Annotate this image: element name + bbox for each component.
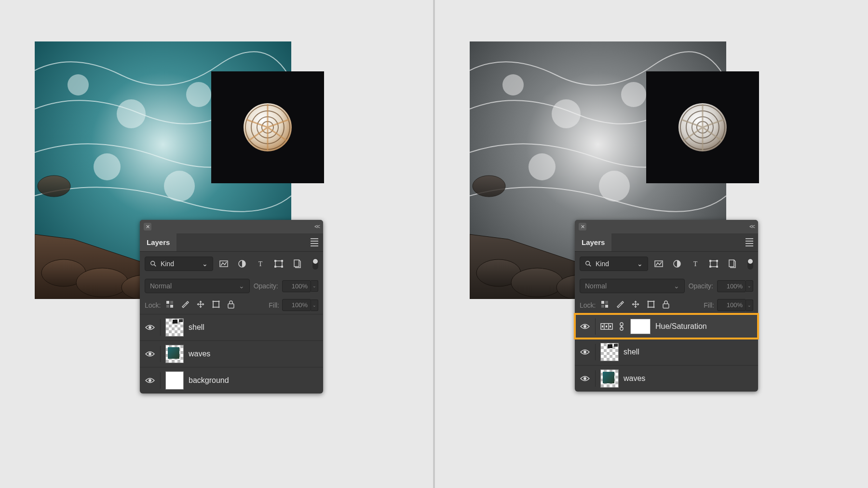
collapse-icon[interactable]: << — [314, 223, 319, 230]
opacity-control: Opacity: — [254, 282, 278, 290]
lock-transparency-icon[interactable] — [165, 300, 174, 310]
filter-pixel-icon[interactable] — [654, 259, 664, 269]
svg-rect-66 — [709, 266, 711, 268]
svg-point-46 — [529, 153, 556, 180]
layer-row-hue-saturation[interactable]: Hue/Saturation — [575, 314, 758, 339]
fill-control: Fill: 100% ⌄ — [704, 299, 753, 311]
visibility-toggle[interactable] — [580, 373, 590, 384]
svg-rect-65 — [716, 260, 718, 262]
lock-position-icon[interactable] — [631, 300, 640, 310]
filter-adjustment-icon[interactable] — [672, 259, 682, 269]
layer-thumbnail[interactable] — [600, 343, 619, 361]
visibility-toggle[interactable] — [580, 347, 590, 357]
panel-menu-icon[interactable] — [311, 238, 318, 246]
svg-rect-69 — [601, 301, 604, 304]
visibility-toggle[interactable] — [145, 375, 155, 386]
lock-pixels-icon[interactable] — [616, 300, 624, 310]
layers-panel-left: ✕ << Layers Kind ⌄ T — [140, 220, 323, 393]
svg-text:T: T — [693, 260, 698, 268]
filter-adjustment-icon[interactable] — [237, 259, 247, 269]
chevron-down-icon[interactable]: ⌄ — [311, 299, 318, 311]
svg-rect-23 — [274, 260, 276, 262]
adjustment-layer-icon[interactable] — [600, 322, 613, 331]
filter-type-icon[interactable]: T — [691, 259, 700, 269]
visibility-toggle[interactable] — [145, 322, 155, 333]
lock-all-icon[interactable] — [662, 300, 670, 310]
divider — [595, 370, 596, 387]
collapse-icon[interactable]: << — [749, 223, 754, 230]
lock-label: Lock: — [145, 301, 161, 309]
lock-position-icon[interactable] — [196, 300, 205, 310]
svg-point-17 — [151, 261, 155, 265]
layer-row-background[interactable]: background — [140, 367, 323, 393]
layer-thumbnail[interactable] — [165, 345, 184, 363]
svg-point-2 — [117, 99, 146, 128]
layer-name[interactable]: shell — [189, 323, 204, 332]
layer-name[interactable]: waves — [624, 374, 645, 383]
layer-name[interactable]: Hue/Saturation — [655, 322, 707, 331]
fill-value[interactable]: 100% — [717, 299, 746, 311]
divider — [160, 319, 161, 336]
filter-shape-icon[interactable] — [274, 259, 284, 269]
opacity-control: Opacity: — [689, 282, 713, 290]
svg-rect-28 — [166, 301, 169, 304]
visibility-toggle[interactable] — [145, 349, 155, 359]
divider — [160, 372, 161, 389]
visibility-toggle[interactable] — [580, 321, 590, 332]
panel-titlebar[interactable]: ✕ << — [140, 220, 323, 233]
svg-line-18 — [154, 265, 156, 267]
opacity-value[interactable]: 100% — [282, 280, 311, 292]
layer-thumbnail[interactable] — [165, 318, 184, 337]
filter-type-icon[interactable]: T — [256, 259, 265, 269]
filter-smartobject-icon[interactable] — [292, 259, 302, 269]
layer-name[interactable]: waves — [189, 350, 210, 358]
lock-row: Lock: Fill: 100% ⌄ — [140, 296, 323, 314]
filter-toggle[interactable] — [312, 258, 318, 270]
svg-point-1 — [68, 74, 89, 95]
filter-shape-icon[interactable] — [709, 259, 719, 269]
svg-rect-83 — [602, 325, 603, 327]
layers-tab[interactable]: Layers — [575, 233, 611, 251]
layers-tab[interactable]: Layers — [140, 233, 176, 251]
svg-point-5 — [94, 153, 121, 180]
chevron-down-icon[interactable]: ⌄ — [746, 299, 753, 311]
fill-label: Fill: — [704, 301, 714, 309]
lock-label: Lock: — [580, 301, 596, 309]
blend-mode-value: Normal — [585, 282, 607, 290]
chevron-down-icon[interactable]: ⌄ — [746, 280, 753, 292]
filter-toggle[interactable] — [747, 258, 753, 270]
blend-mode-dropdown[interactable]: Normal ⌄ — [145, 279, 250, 293]
lock-artboard-icon[interactable] — [212, 300, 220, 310]
layer-mask-thumbnail[interactable] — [630, 319, 651, 334]
panel-menu-icon[interactable] — [746, 238, 753, 246]
lock-all-icon[interactable] — [227, 300, 235, 310]
svg-rect-72 — [605, 305, 608, 308]
opacity-value[interactable]: 100% — [717, 280, 746, 292]
layer-row-waves[interactable]: waves — [575, 365, 758, 392]
filter-pixel-icon[interactable] — [219, 259, 229, 269]
svg-point-49 — [511, 268, 563, 297]
layer-thumbnail[interactable] — [600, 369, 619, 388]
panel-titlebar[interactable]: ✕ << — [575, 220, 758, 233]
chevron-down-icon[interactable]: ⌄ — [311, 280, 318, 292]
lock-transparency-icon[interactable] — [600, 300, 609, 310]
layer-row-shell[interactable]: shell — [575, 339, 758, 365]
svg-rect-32 — [213, 301, 219, 307]
layer-row-shell[interactable]: shell — [140, 314, 323, 340]
layer-row-waves[interactable]: waves — [140, 340, 323, 367]
layer-mask-link-icon[interactable] — [618, 322, 625, 331]
layer-thumbnail[interactable] — [165, 371, 184, 390]
close-icon[interactable]: ✕ — [579, 223, 586, 230]
svg-rect-84 — [606, 325, 607, 327]
filter-smartobject-icon[interactable] — [727, 259, 737, 269]
filter-kind-dropdown[interactable]: Kind ⌄ — [145, 257, 213, 271]
filter-kind-dropdown[interactable]: Kind ⌄ — [580, 257, 648, 271]
layer-name[interactable]: shell — [624, 348, 639, 356]
close-icon[interactable]: ✕ — [144, 223, 151, 230]
layer-name[interactable]: background — [189, 376, 229, 385]
fill-value[interactable]: 100% — [282, 299, 311, 311]
blend-mode-dropdown[interactable]: Normal ⌄ — [580, 279, 685, 293]
lock-pixels-icon[interactable] — [181, 300, 190, 310]
filter-type-icons: T — [219, 258, 318, 270]
lock-artboard-icon[interactable] — [647, 300, 655, 310]
